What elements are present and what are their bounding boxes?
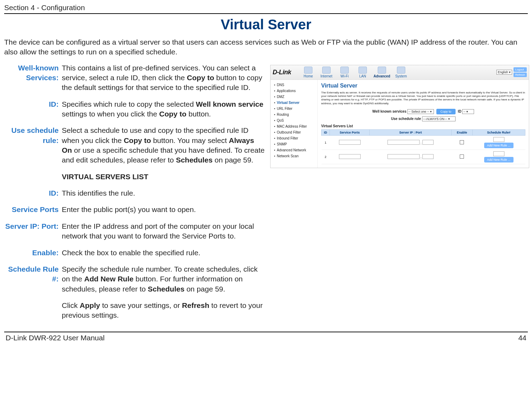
desc-id-top: Specifies which rule to copy the selecte… [61,99,266,126]
language-select[interactable]: English ▾ [496,70,512,75]
sidebar-item-snmp[interactable]: SNMP [274,141,316,147]
desc-well-known: This contains a list of pre-defined serv… [61,63,266,99]
col-service-ports: Service Ports [330,130,370,136]
service-ports-input[interactable] [339,154,361,159]
desc-enable: Check the box to enable the specified ru… [61,248,266,264]
server-port-input[interactable] [422,140,434,145]
desc-use-schedule: Select a schedule to use and copy to the… [61,125,266,171]
server-ip-input[interactable] [387,140,420,145]
label-server-ip-port: Server IP: Port: [4,221,61,248]
intro-text: The device can be configured as a virtua… [4,37,528,57]
nav-internet[interactable]: Internet [319,67,334,78]
add-new-rule-button[interactable]: Add New Rule ... [484,143,513,148]
nav-system[interactable]: System [394,67,408,78]
id-select[interactable]: -- ▾ [462,109,474,114]
virtual-servers-table: ID Service Ports Server IP : Port Enable… [321,129,525,164]
page-number: 44 [518,334,526,342]
desc-id-list: This identifies the rule. [61,188,266,204]
divider-top [4,13,528,14]
footer-manual-title: D-Link DWR-922 User Manual [6,334,105,342]
section-header: Section 4 - Configuration [4,3,528,13]
schedule-rule-input[interactable] [493,137,504,142]
schedule-rule-input[interactable] [493,151,504,156]
col-server-ip-port: Server IP : Port [370,130,451,136]
use-schedule-rule-select[interactable]: ---ALWAYS ON--- ▾ [422,116,456,121]
nav-lan[interactable]: LAN [355,67,370,78]
sidebar-item-routing[interactable]: Routing [274,112,316,118]
panel-description: The Externally acts as server. It receiv… [321,91,525,106]
advanced-icon [378,67,386,74]
nav-home[interactable]: Home [301,67,316,78]
lan-icon [359,67,367,74]
logout-button[interactable]: Logout [513,67,527,72]
divider-bottom [4,332,528,332]
col-id: ID [322,130,330,136]
label-service-ports: Service Ports [4,204,61,221]
label-use-schedule: Use schedule rule: [4,125,61,171]
top-nav: Home Internet Wi-Fi LAN Advanced System [301,67,496,78]
add-new-rule-button[interactable]: Add New Rule ... [484,157,513,162]
service-ports-input[interactable] [339,140,361,145]
desc-service-ports: Enter the public port(s) you want to ope… [61,204,266,221]
table-row: 2 : Add New Rule ... [322,150,525,164]
use-schedule-rule-label: Use schedule rule [391,117,421,121]
sidebar-item-dmz[interactable]: DMZ [274,94,316,100]
home-icon [304,67,312,74]
desc-server-ip-port: Enter the IP address and port of the com… [61,221,266,248]
col-enable: Enable [451,130,472,136]
server-ip-input[interactable] [387,154,420,159]
page-title: Virtual Server [4,17,528,32]
embedded-router-screenshot: D-Link Home Internet Wi-Fi LAN Advanced … [270,65,529,168]
row-id: 1 [322,136,330,150]
sidebar-item-applications[interactable]: Applications [274,88,316,94]
sidebar-item-url-filter[interactable]: URL Filter [274,106,316,112]
nav-wifi[interactable]: Wi-Fi [337,67,352,78]
enable-checkbox[interactable] [460,140,464,144]
wifi-icon [340,67,349,74]
sidebar-item-inbound-filter[interactable]: Inbound Filter [274,135,316,141]
enable-checkbox[interactable] [460,154,464,159]
desc-apply-refresh: Click Apply to save your settings, or Re… [61,300,266,327]
label-schedule-rule-num: Schedule Rule #: [4,264,61,300]
sidebar-item-mac-filter[interactable]: MAC Address Filter [274,123,316,129]
sidebar-item-dns[interactable]: DNS [274,82,316,88]
panel-title: Virtual Server [321,83,525,89]
id-label: ID [458,109,461,113]
sidebar-item-virtual-server[interactable]: Virtual Server [274,100,316,106]
globe-icon [322,67,331,74]
well-known-services-select[interactable]: -- Select one -- ▾ [407,109,434,114]
sidebar-item-outbound-filter[interactable]: Outbound Filter [274,129,316,135]
label-id-top: ID: [4,99,61,126]
system-icon [397,67,405,74]
label-id-list: ID: [4,188,61,204]
definitions-column: Well-known Services: This contains a lis… [4,63,266,327]
copy-to-button[interactable]: Copy to [436,109,456,114]
label-enable: Enable: [4,248,61,264]
sidebar-item-qos[interactable]: QoS [274,118,316,123]
col-schedule-rule: Schedule Rule# [472,130,525,136]
sidebar: DNS Applications DMZ Virtual Server URL … [271,80,318,168]
label-well-known: Well-known Services: [4,63,61,99]
server-port-input[interactable] [422,154,434,159]
desc-schedule-rule-num: Specify the schedule rule number. To cre… [61,264,266,300]
virtual-servers-list-heading: VIRTUAL SERVERS LIST [62,172,266,182]
sidebar-item-network-scan[interactable]: Network Scan [274,153,316,159]
nav-advanced[interactable]: Advanced [374,67,390,78]
row-id: 2 [322,150,330,164]
well-known-services-label: Well known services [372,109,407,113]
refresh-button[interactable]: Refresh [513,73,527,77]
virtual-servers-list-heading-ui: Virtual Servers List [321,124,525,128]
sidebar-item-advanced-network[interactable]: Advanced Network [274,147,316,153]
table-row: 1 : Add New Rule ... [322,136,525,150]
dlink-logo: D-Link [273,69,291,76]
